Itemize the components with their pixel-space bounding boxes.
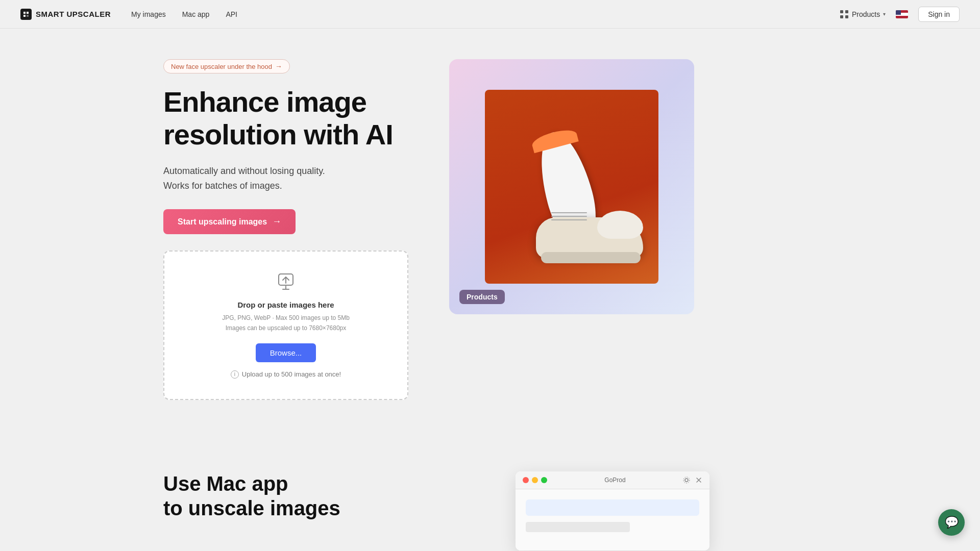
logo-text: SMART UPSCALER <box>36 10 111 18</box>
image-showcase: Products <box>449 59 694 314</box>
svg-rect-1 <box>23 12 26 14</box>
mac-app-title: GoProd <box>550 477 680 484</box>
sneaker-sole <box>541 252 641 263</box>
bottom-section: Use Mac app to unscale images GoProd <box>0 431 980 551</box>
sneaker-toe <box>597 211 643 239</box>
svg-rect-8 <box>845 15 848 18</box>
products-image-label: Products <box>459 290 505 304</box>
svg-rect-7 <box>840 15 843 18</box>
hero-image: Products <box>449 59 694 314</box>
mac-titlebar: GoProd <box>516 471 709 489</box>
mac-app-mockup: GoProd <box>516 471 709 550</box>
mac-input-field[interactable] <box>526 499 699 516</box>
svg-rect-2 <box>27 12 29 14</box>
sneaker-graphic <box>536 197 648 268</box>
navbar: SMART UPSCALER My images Mac app API Pro… <box>0 0 980 29</box>
upload-dropzone[interactable]: Drop or paste images here JPG, PNG, WebP… <box>163 251 408 399</box>
start-upscaling-button[interactable]: Start upscaling images → <box>163 209 296 234</box>
info-icon: i <box>231 370 239 379</box>
svg-point-10 <box>685 479 688 482</box>
shoe-container <box>485 90 658 284</box>
chat-button[interactable]: 💬 <box>938 509 965 536</box>
hero-content: New face upscaler under the hood → Enhan… <box>163 59 408 400</box>
hero-badge[interactable]: New face upscaler under the hood → <box>163 59 290 73</box>
upload-title: Drop or paste images here <box>180 300 392 309</box>
mac-close-icon[interactable] <box>695 477 702 484</box>
svg-point-11 <box>683 477 690 483</box>
mac-fullscreen-btn[interactable] <box>541 477 547 483</box>
badge-text: New face upscaler under the hood <box>171 63 272 70</box>
browse-button[interactable]: Browse... <box>256 343 316 362</box>
upload-subtitle: JPG, PNG, WebP · Max 500 images up to 5M… <box>180 313 392 333</box>
svg-rect-6 <box>845 10 848 13</box>
nav-api[interactable]: API <box>226 10 237 18</box>
bottom-title: Use Mac app to unscale images <box>163 471 368 520</box>
mac-content <box>516 489 709 550</box>
bottom-right: GoProd <box>408 471 817 550</box>
svg-rect-4 <box>27 15 29 17</box>
mac-close-btn[interactable] <box>523 477 529 483</box>
hero-title: Enhance image resolution with AI <box>163 86 408 152</box>
bottom-content: Use Mac app to unscale images <box>163 471 368 520</box>
mac-settings-icon[interactable] <box>683 477 690 484</box>
nav-mac-app[interactable]: Mac app <box>182 10 210 18</box>
upload-icon <box>180 272 392 294</box>
sneaker-laces <box>551 212 592 233</box>
chevron-down-icon: ▾ <box>883 11 886 17</box>
products-dropdown[interactable]: Products ▾ <box>840 10 886 19</box>
hero-subtitle: Automatically and without losing quality… <box>163 164 408 193</box>
badge-arrow: → <box>275 62 282 70</box>
hero-section: New face upscaler under the hood → Enhan… <box>0 29 980 431</box>
svg-rect-3 <box>23 15 26 17</box>
mac-placeholder-graphic <box>526 522 630 532</box>
mac-minimize-btn[interactable] <box>532 477 538 483</box>
logo[interactable]: SMART UPSCALER <box>20 9 111 20</box>
products-label: Products <box>852 10 880 18</box>
shoe-visual <box>485 90 658 284</box>
svg-rect-5 <box>840 10 843 13</box>
nav-right: Products ▾ Sign in <box>840 7 960 22</box>
cta-arrow: → <box>272 216 281 227</box>
language-flag[interactable] <box>896 10 908 18</box>
chat-icon: 💬 <box>945 516 959 529</box>
logo-icon <box>20 9 32 20</box>
upload-limit-info: i Upload up to 500 images at once! <box>180 370 392 379</box>
nav-my-images[interactable]: My images <box>131 10 166 18</box>
sign-in-button[interactable]: Sign in <box>918 7 960 22</box>
nav-links: My images Mac app API <box>131 10 840 18</box>
grid-icon <box>840 10 849 19</box>
